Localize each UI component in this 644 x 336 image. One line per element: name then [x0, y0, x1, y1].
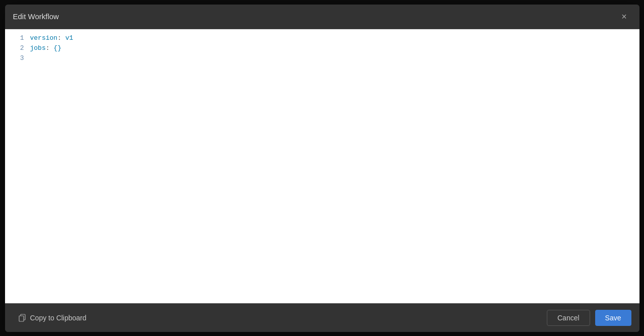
modal-overlay: Edit Workflow × 1 version: v1 2 jobs: {}… — [0, 0, 644, 336]
line-number: 1 — [5, 33, 30, 43]
svg-rect-1 — [19, 316, 24, 321]
line-content: jobs: {} — [30, 43, 639, 53]
token-value: v1 — [65, 34, 74, 42]
line-content — [30, 53, 639, 63]
clipboard-icon — [18, 314, 26, 322]
copy-label: Copy to Clipboard — [30, 314, 87, 322]
token-punctuation: : — [46, 44, 54, 52]
modal-header: Edit Workflow × — [5, 5, 639, 29]
line-content: version: v1 — [30, 33, 639, 43]
token-key: jobs — [30, 44, 46, 52]
token-punctuation: : — [57, 34, 65, 42]
code-line: 3 — [5, 53, 639, 63]
save-button[interactable]: Save — [595, 310, 631, 326]
modal-body: 1 version: v1 2 jobs: {} 3 — [5, 29, 639, 303]
cancel-button[interactable]: Cancel — [547, 310, 590, 326]
line-number: 3 — [5, 53, 30, 63]
code-editor[interactable]: 1 version: v1 2 jobs: {} 3 — [5, 29, 639, 303]
modal-footer: Copy to Clipboard Cancel Save — [5, 303, 639, 332]
modal: Edit Workflow × 1 version: v1 2 jobs: {}… — [5, 5, 639, 332]
token-key: version — [30, 34, 58, 42]
close-button[interactable]: × — [617, 10, 631, 24]
token-value: {} — [53, 44, 61, 52]
modal-title: Edit Workflow — [13, 12, 59, 21]
code-line: 1 version: v1 — [5, 33, 639, 43]
line-number: 2 — [5, 43, 30, 53]
code-line: 2 jobs: {} — [5, 43, 639, 53]
footer-right: Cancel Save — [547, 310, 631, 326]
copy-to-clipboard-button[interactable]: Copy to Clipboard — [13, 311, 92, 325]
